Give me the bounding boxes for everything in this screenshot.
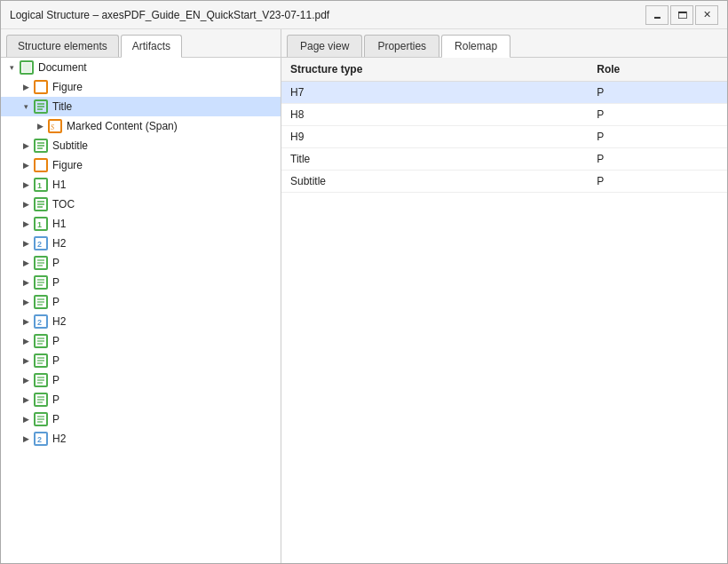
left-tabs-bar: Structure elements Artifacts bbox=[1, 29, 281, 58]
toggle-figure2[interactable]: ▶ bbox=[19, 158, 33, 172]
icon-figure2 bbox=[33, 157, 49, 173]
tree-node-h2-1[interactable]: ▶ 2 H2 bbox=[1, 234, 281, 253]
toggle-p3[interactable]: ▶ bbox=[19, 295, 33, 309]
tree-node-p1[interactable]: ▶ P bbox=[1, 253, 281, 273]
node-label-title: Title bbox=[52, 100, 72, 113]
tab-properties[interactable]: Properties bbox=[364, 35, 439, 57]
right-tabs-bar: Page view Properties Rolemap bbox=[281, 29, 727, 58]
node-label-p4: P bbox=[52, 335, 59, 347]
tree-node-p5[interactable]: ▶ P bbox=[1, 351, 281, 370]
tree-container[interactable]: ▾ Document ▶ bbox=[1, 58, 281, 563]
svg-text:1: 1 bbox=[37, 220, 42, 229]
toggle-p6[interactable]: ▶ bbox=[19, 373, 33, 387]
tree-node-p4[interactable]: ▶ P bbox=[1, 331, 281, 351]
node-label-p8: P bbox=[52, 413, 59, 425]
node-label-p3: P bbox=[52, 296, 59, 308]
tree-node-document[interactable]: ▾ Document bbox=[1, 58, 281, 77]
svg-rect-1 bbox=[22, 63, 31, 72]
tree-node-h2-2[interactable]: ▶ 2 H2 bbox=[1, 312, 281, 331]
tree-node-h1-1[interactable]: ▶ 1 H1 bbox=[1, 175, 281, 195]
toggle-document[interactable]: ▾ bbox=[4, 60, 19, 75]
svg-text:2: 2 bbox=[37, 240, 42, 249]
node-label-toc: TOC bbox=[52, 198, 75, 211]
svg-rect-2 bbox=[35, 81, 47, 93]
toggle-figure1[interactable]: ▶ bbox=[19, 80, 33, 94]
toggle-subtitle[interactable]: ▶ bbox=[19, 139, 33, 153]
toggle-p4[interactable]: ▶ bbox=[19, 334, 33, 348]
cell-role: P bbox=[588, 126, 727, 148]
tree-node-p8[interactable]: ▶ P bbox=[1, 409, 281, 429]
tree-node-p2[interactable]: ▶ P bbox=[1, 273, 281, 292]
icon-p7 bbox=[33, 392, 49, 408]
table-header-row: Structure type Role bbox=[281, 58, 727, 82]
table-row[interactable]: TitleP bbox=[281, 148, 727, 171]
toggle-p5[interactable]: ▶ bbox=[19, 353, 33, 368]
icon-p5 bbox=[33, 353, 49, 369]
tree-node-marked-content[interactable]: ▶ S Marked Content (Span) bbox=[1, 116, 281, 136]
close-button[interactable]: ✕ bbox=[695, 5, 718, 25]
icon-h2-3: 2 bbox=[33, 431, 49, 447]
svg-text:2: 2 bbox=[37, 435, 42, 444]
node-label-marked-content: Marked Content (Span) bbox=[67, 120, 178, 132]
icon-subtitle bbox=[33, 138, 49, 154]
node-label-p2: P bbox=[52, 276, 59, 289]
tab-artifacts[interactable]: Artifacts bbox=[121, 35, 182, 58]
tree-node-figure2[interactable]: ▶ Figure bbox=[1, 155, 281, 175]
svg-text:1: 1 bbox=[37, 181, 42, 190]
cell-structure-type: Subtitle bbox=[281, 171, 588, 193]
tree-node-h1-2[interactable]: ▶ 1 H1 bbox=[1, 214, 281, 234]
tree-node-h2-3[interactable]: ▶ 2 H2 bbox=[1, 429, 281, 449]
tree-node-p6[interactable]: ▶ P bbox=[1, 370, 281, 390]
toggle-h2-1[interactable]: ▶ bbox=[19, 236, 33, 250]
toggle-marked-content[interactable]: ▶ bbox=[33, 119, 47, 133]
table-row[interactable]: SubtitleP bbox=[281, 171, 727, 193]
svg-rect-13 bbox=[35, 159, 47, 171]
node-label-h1-1: H1 bbox=[52, 179, 66, 191]
tab-structure-elements[interactable]: Structure elements bbox=[6, 35, 119, 57]
node-label-figure2: Figure bbox=[52, 159, 83, 171]
toggle-title[interactable]: ▾ bbox=[19, 99, 33, 114]
icon-document bbox=[19, 60, 35, 75]
node-label-h1-2: H1 bbox=[52, 218, 66, 230]
icon-title bbox=[33, 99, 49, 115]
rolemap-table: Structure type Role H7PH8PH9PTitlePSubti… bbox=[281, 58, 727, 563]
tree-node-toc[interactable]: ▶ TOC bbox=[1, 195, 281, 214]
node-label-p6: P bbox=[52, 374, 59, 386]
icon-h2-1: 2 bbox=[33, 235, 49, 251]
icon-toc bbox=[33, 196, 49, 212]
toggle-h2-2[interactable]: ▶ bbox=[19, 314, 33, 329]
tree-node-subtitle[interactable]: ▶ Subtitle bbox=[1, 136, 281, 155]
tree-node-p3[interactable]: ▶ P bbox=[1, 292, 281, 312]
minimize-button[interactable]: 🗕 bbox=[645, 5, 669, 25]
maximize-button[interactable]: 🗖 bbox=[670, 5, 693, 25]
svg-text:S: S bbox=[51, 123, 54, 131]
tab-page-view[interactable]: Page view bbox=[287, 35, 362, 57]
tab-rolemap[interactable]: Rolemap bbox=[441, 35, 510, 58]
table-row[interactable]: H8P bbox=[281, 104, 727, 126]
cell-role: P bbox=[588, 82, 727, 104]
icon-h2-2: 2 bbox=[33, 314, 49, 330]
titlebar: Logical Structure – axesPDF_Guide_EN_Qui… bbox=[1, 1, 727, 29]
icon-p2 bbox=[33, 274, 49, 290]
icon-p3 bbox=[33, 294, 49, 310]
toggle-p1[interactable]: ▶ bbox=[19, 256, 33, 270]
window-title: Logical Structure – axesPDF_Guide_EN_Qui… bbox=[10, 9, 645, 21]
toggle-h1-1[interactable]: ▶ bbox=[19, 178, 33, 192]
toggle-p2[interactable]: ▶ bbox=[19, 275, 33, 290]
table-row[interactable]: H7P bbox=[281, 82, 727, 104]
toggle-p7[interactable]: ▶ bbox=[19, 393, 33, 407]
toggle-h1-2[interactable]: ▶ bbox=[19, 217, 33, 231]
tree-node-figure1[interactable]: ▶ Figure bbox=[1, 77, 281, 97]
icon-marked-content: S bbox=[47, 118, 63, 134]
icon-p8 bbox=[33, 411, 49, 427]
icon-p1 bbox=[33, 255, 49, 271]
toggle-toc[interactable]: ▶ bbox=[19, 197, 33, 211]
table-row[interactable]: H9P bbox=[281, 126, 727, 148]
tree-node-p7[interactable]: ▶ P bbox=[1, 390, 281, 409]
toggle-p8[interactable]: ▶ bbox=[19, 412, 33, 426]
toggle-h2-3[interactable]: ▶ bbox=[19, 432, 33, 446]
right-panel: Page view Properties Rolemap Structure t… bbox=[281, 29, 727, 563]
tree-node-title[interactable]: ▾ Title bbox=[1, 97, 281, 116]
icon-p4 bbox=[33, 333, 49, 349]
cell-structure-type: H9 bbox=[281, 126, 588, 148]
